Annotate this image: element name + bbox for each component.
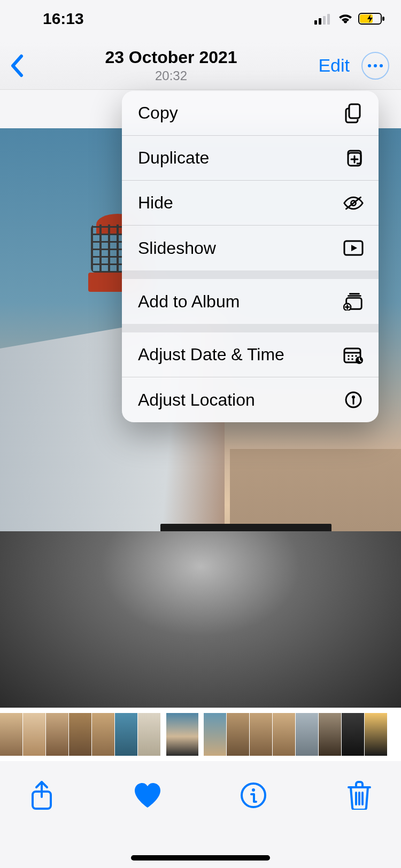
menu-label: Duplicate — [138, 148, 209, 168]
photo-time-subtitle: 20:32 — [155, 68, 187, 83]
svg-rect-0 — [314, 20, 317, 25]
thumbnail[interactable] — [250, 713, 272, 756]
svg-rect-3 — [327, 14, 330, 25]
svg-point-27 — [252, 788, 255, 792]
info-button[interactable] — [236, 778, 271, 812]
svg-rect-5 — [382, 17, 384, 21]
nav-title-group: 23 October 2021 20:32 — [59, 48, 283, 83]
favorite-button[interactable] — [130, 778, 165, 812]
menu-item-slideshow[interactable]: Slideshow — [122, 226, 379, 270]
menu-label: Adjust Date & Time — [138, 345, 284, 365]
copy-icon — [343, 103, 364, 123]
add-album-icon — [343, 291, 364, 312]
ellipsis-icon — [368, 64, 383, 67]
menu-item-adjust-date[interactable]: Adjust Date & Time — [122, 332, 379, 377]
duplicate-icon — [343, 148, 364, 168]
nav-bar: 23 October 2021 20:32 Edit — [0, 42, 401, 90]
menu-item-copy[interactable]: Copy — [122, 91, 379, 136]
menu-item-adjust-location[interactable]: Adjust Location — [122, 377, 379, 422]
delete-button[interactable] — [342, 778, 376, 812]
svg-rect-7 — [349, 104, 360, 118]
svg-point-18 — [355, 355, 357, 357]
svg-rect-24 — [353, 398, 354, 405]
thumbnail[interactable] — [23, 713, 45, 756]
thumbnail[interactable] — [342, 713, 364, 756]
cellular-icon — [314, 13, 333, 25]
home-indicator[interactable] — [131, 855, 270, 861]
svg-rect-1 — [319, 18, 321, 25]
adjust-location-icon — [343, 390, 364, 410]
bottom-toolbar — [0, 766, 401, 868]
thumbnail[interactable] — [138, 713, 160, 756]
svg-point-17 — [351, 355, 353, 357]
wifi-icon — [337, 12, 354, 25]
menu-label: Slideshow — [138, 238, 216, 258]
menu-label: Add to Album — [138, 292, 240, 312]
thumbnail[interactable] — [273, 713, 295, 756]
menu-item-add-to-album[interactable]: Add to Album — [122, 279, 379, 324]
status-time: 16:13 — [16, 10, 84, 28]
thumbnail[interactable] — [46, 713, 68, 756]
svg-rect-2 — [323, 16, 326, 25]
thumbnail-selected[interactable] — [166, 713, 198, 756]
battery-icon — [358, 12, 385, 25]
svg-point-19 — [348, 358, 350, 360]
menu-label: Copy — [138, 103, 178, 123]
menu-item-hide[interactable]: Hide — [122, 181, 379, 226]
thumbnail[interactable] — [204, 713, 226, 756]
thumbnail[interactable] — [0, 713, 22, 756]
thumbnail[interactable] — [227, 713, 249, 756]
more-button[interactable] — [361, 52, 389, 80]
svg-point-16 — [348, 355, 350, 357]
thumbnail[interactable] — [296, 713, 318, 756]
status-bar: 16:13 — [0, 0, 401, 37]
svg-point-20 — [351, 358, 353, 360]
thumbnail[interactable] — [365, 713, 387, 756]
thumbnail[interactable] — [115, 713, 137, 756]
menu-label: Adjust Location — [138, 390, 255, 410]
thumbnail-strip[interactable] — [0, 708, 401, 761]
back-button[interactable] — [10, 54, 24, 78]
slideshow-icon — [343, 238, 364, 258]
thumbnail[interactable] — [69, 713, 91, 756]
hide-icon — [343, 193, 364, 213]
thumbnail[interactable] — [92, 713, 114, 756]
status-indicators — [314, 12, 385, 25]
thumbnail[interactable] — [319, 713, 341, 756]
menu-item-duplicate[interactable]: Duplicate — [122, 136, 379, 181]
edit-button[interactable]: Edit — [318, 55, 350, 76]
menu-label: Hide — [138, 193, 173, 213]
actions-menu: Copy Duplicate Hide Slideshow — [122, 91, 379, 422]
share-button[interactable] — [25, 778, 59, 812]
adjust-date-icon — [343, 345, 364, 365]
photo-date-title: 23 October 2021 — [105, 48, 237, 67]
